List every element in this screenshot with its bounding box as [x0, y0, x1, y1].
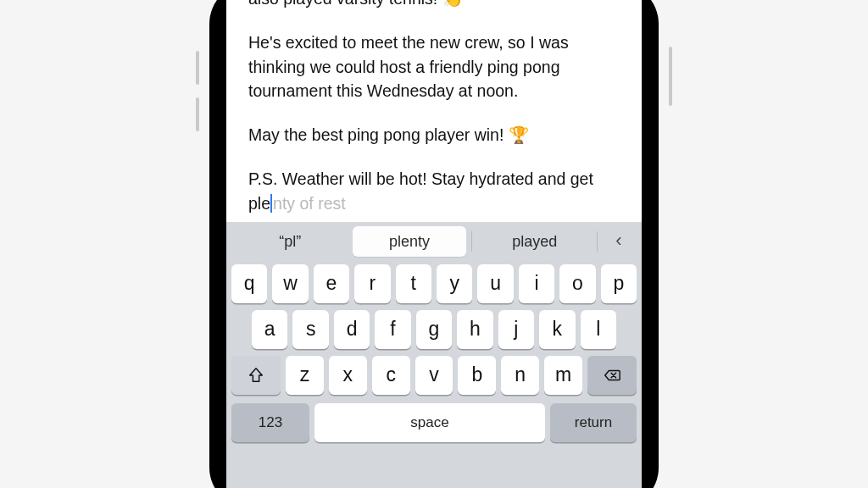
suggestion-primary[interactable]: plenty [353, 226, 467, 257]
phone-screen: also played varsity tennis! 👏 He's excit… [226, 0, 642, 488]
key-d[interactable]: d [334, 310, 370, 349]
backspace-icon [603, 366, 621, 385]
collapse-suggestions-button[interactable]: ‹ [603, 226, 635, 257]
key-p[interactable]: p [601, 264, 637, 303]
shift-key[interactable] [231, 356, 281, 395]
key-x[interactable]: x [329, 356, 367, 395]
key-w[interactable]: w [272, 264, 308, 303]
body-paragraph-3: May the best ping pong player win! 🏆 [248, 123, 620, 147]
predictive-ghost-text: nty of rest [273, 194, 346, 213]
stage: also played varsity tennis! 👏 He's excit… [0, 0, 868, 488]
suggestion-secondary[interactable]: played [477, 226, 592, 257]
message-body[interactable]: also played varsity tennis! 👏 He's excit… [226, 0, 642, 222]
key-l[interactable]: l [581, 310, 616, 349]
quicktype-bar: “pl” plenty played ‹ [226, 222, 642, 261]
key-row-3: z x c v b n m [226, 352, 642, 398]
key-k[interactable]: k [539, 310, 575, 349]
body-line-cut: also played varsity tennis! 👏 [248, 0, 620, 10]
suggestion-separator [597, 231, 598, 252]
key-q[interactable]: q [231, 264, 267, 303]
key-row-4: 123 space return [226, 398, 642, 447]
key-z[interactable]: z [286, 356, 324, 395]
key-m[interactable]: m [544, 356, 582, 395]
phone-side-button [669, 47, 672, 106]
key-row-2: a s d f g h j k l [226, 307, 642, 352]
key-a[interactable]: a [252, 310, 287, 349]
phone-volume-up-button [196, 51, 199, 85]
key-s[interactable]: s [292, 310, 328, 349]
body-ps-line: P.S. Weather will be hot! Stay hydrated … [248, 167, 620, 215]
key-t[interactable]: t [396, 264, 431, 303]
phone-frame: also played varsity tennis! 👏 He's excit… [209, 0, 659, 488]
key-b[interactable]: b [458, 356, 496, 395]
body-paragraph-2: He's excited to meet the new crew, so I … [248, 30, 620, 103]
suggestion-separator [471, 231, 472, 252]
key-f[interactable]: f [375, 310, 410, 349]
key-o[interactable]: o [559, 264, 595, 303]
suggestion-verbatim[interactable]: “pl” [233, 226, 348, 257]
key-n[interactable]: n [501, 356, 539, 395]
return-key[interactable]: return [550, 403, 637, 442]
space-key[interactable]: space [314, 403, 545, 442]
key-h[interactable]: h [457, 310, 492, 349]
key-r[interactable]: r [354, 264, 390, 303]
key-e[interactable]: e [314, 264, 349, 303]
key-u[interactable]: u [477, 264, 513, 303]
key-row-1: q w e r t y u i o p [226, 261, 642, 307]
key-j[interactable]: j [498, 310, 534, 349]
backspace-key[interactable] [587, 356, 637, 395]
key-i[interactable]: i [519, 264, 554, 303]
key-y[interactable]: y [437, 264, 472, 303]
text-caret [270, 194, 272, 213]
key-v[interactable]: v [415, 356, 453, 395]
key-g[interactable]: g [416, 310, 452, 349]
numeric-mode-key[interactable]: 123 [231, 403, 309, 442]
key-c[interactable]: c [372, 356, 410, 395]
ios-keyboard: “pl” plenty played ‹ q w e r t y [226, 222, 642, 488]
phone-volume-down-button [196, 97, 199, 131]
shift-icon [247, 366, 265, 385]
